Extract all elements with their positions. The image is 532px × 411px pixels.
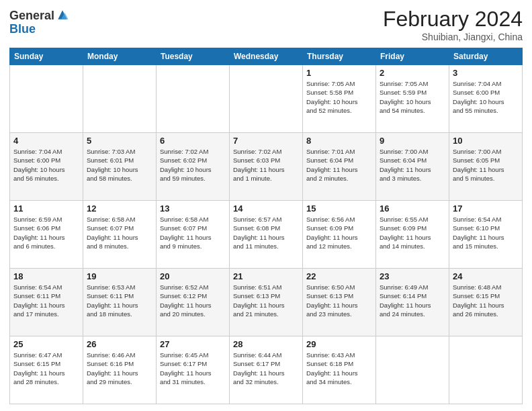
logo-blue: Blue xyxy=(9,23,69,36)
day-number: 13 xyxy=(160,203,226,214)
day-number: 21 xyxy=(233,271,299,281)
day-info: Sunrise: 7:01 AM Sunset: 6:04 PM Dayligh… xyxy=(306,147,372,183)
logo: General Blue xyxy=(9,9,69,36)
header-wednesday: Wednesday xyxy=(230,48,303,65)
day-number: 1 xyxy=(306,68,372,78)
table-row: 3Sunrise: 7:04 AM Sunset: 6:00 PM Daylig… xyxy=(449,65,523,133)
day-number: 16 xyxy=(380,203,445,214)
logo-general: General xyxy=(9,9,54,23)
calendar-week-row: 4Sunrise: 7:04 AM Sunset: 6:00 PM Daylig… xyxy=(10,133,523,201)
day-number: 22 xyxy=(306,271,372,281)
day-info: Sunrise: 6:56 AM Sunset: 6:09 PM Dayligh… xyxy=(306,215,372,250)
day-info: Sunrise: 7:02 AM Sunset: 6:02 PM Dayligh… xyxy=(160,147,226,183)
day-number: 5 xyxy=(87,136,152,146)
title-block: February 2024 Shuibian, Jiangxi, China xyxy=(383,7,523,42)
table-row: 15Sunrise: 6:56 AM Sunset: 6:09 PM Dayli… xyxy=(303,201,376,269)
day-number: 6 xyxy=(160,136,226,146)
day-info: Sunrise: 6:54 AM Sunset: 6:11 PM Dayligh… xyxy=(13,283,79,318)
table-row: 10Sunrise: 7:00 AM Sunset: 6:05 PM Dayli… xyxy=(449,133,523,201)
day-info: Sunrise: 6:50 AM Sunset: 6:13 PM Dayligh… xyxy=(306,283,372,318)
table-row: 21Sunrise: 6:51 AM Sunset: 6:13 PM Dayli… xyxy=(230,269,303,336)
day-number: 26 xyxy=(87,339,152,349)
day-info: Sunrise: 7:00 AM Sunset: 6:05 PM Dayligh… xyxy=(453,147,519,183)
table-row: 29Sunrise: 6:43 AM Sunset: 6:18 PM Dayli… xyxy=(303,336,376,404)
day-info: Sunrise: 6:45 AM Sunset: 6:17 PM Dayligh… xyxy=(160,351,226,386)
day-info: Sunrise: 6:54 AM Sunset: 6:10 PM Dayligh… xyxy=(453,215,519,250)
day-info: Sunrise: 6:59 AM Sunset: 6:06 PM Dayligh… xyxy=(13,215,79,250)
calendar-week-row: 18Sunrise: 6:54 AM Sunset: 6:11 PM Dayli… xyxy=(10,269,523,336)
table-row: 16Sunrise: 6:55 AM Sunset: 6:09 PM Dayli… xyxy=(376,201,449,269)
day-number: 24 xyxy=(453,271,519,281)
table-row: 22Sunrise: 6:50 AM Sunset: 6:13 PM Dayli… xyxy=(303,269,376,336)
day-info: Sunrise: 6:57 AM Sunset: 6:08 PM Dayligh… xyxy=(233,215,299,250)
day-number: 20 xyxy=(160,271,226,281)
day-number: 3 xyxy=(453,68,519,78)
day-number: 2 xyxy=(380,68,445,78)
table-row: 2Sunrise: 7:05 AM Sunset: 5:59 PM Daylig… xyxy=(376,65,449,133)
day-info: Sunrise: 6:53 AM Sunset: 6:11 PM Dayligh… xyxy=(87,283,152,318)
day-number: 17 xyxy=(453,203,519,214)
day-info: Sunrise: 6:47 AM Sunset: 6:15 PM Dayligh… xyxy=(13,351,79,386)
table-row xyxy=(83,65,157,133)
day-info: Sunrise: 7:04 AM Sunset: 6:00 PM Dayligh… xyxy=(13,147,79,183)
day-number: 29 xyxy=(306,339,372,349)
header-monday: Monday xyxy=(83,48,157,65)
day-info: Sunrise: 6:58 AM Sunset: 6:07 PM Dayligh… xyxy=(160,215,226,250)
day-number: 9 xyxy=(380,136,445,146)
table-row: 8Sunrise: 7:01 AM Sunset: 6:04 PM Daylig… xyxy=(303,133,376,201)
table-row: 14Sunrise: 6:57 AM Sunset: 6:08 PM Dayli… xyxy=(230,201,303,269)
table-row: 6Sunrise: 7:02 AM Sunset: 6:02 PM Daylig… xyxy=(157,133,230,201)
header-saturday: Saturday xyxy=(449,48,523,65)
day-info: Sunrise: 6:48 AM Sunset: 6:15 PM Dayligh… xyxy=(453,283,519,318)
day-info: Sunrise: 7:03 AM Sunset: 6:01 PM Dayligh… xyxy=(87,147,152,183)
day-number: 28 xyxy=(233,339,299,349)
day-number: 18 xyxy=(13,271,79,281)
day-info: Sunrise: 7:04 AM Sunset: 6:00 PM Dayligh… xyxy=(453,79,519,115)
day-info: Sunrise: 6:44 AM Sunset: 6:17 PM Dayligh… xyxy=(233,351,299,386)
calendar-title: February 2024 xyxy=(383,7,523,32)
day-number: 7 xyxy=(233,136,299,146)
table-row: 13Sunrise: 6:58 AM Sunset: 6:07 PM Dayli… xyxy=(157,201,230,269)
calendar-week-row: 1Sunrise: 7:05 AM Sunset: 5:58 PM Daylig… xyxy=(10,65,523,133)
table-row xyxy=(157,65,230,133)
day-info: Sunrise: 6:51 AM Sunset: 6:13 PM Dayligh… xyxy=(233,283,299,318)
day-info: Sunrise: 6:46 AM Sunset: 6:16 PM Dayligh… xyxy=(87,351,152,386)
table-row: 1Sunrise: 7:05 AM Sunset: 5:58 PM Daylig… xyxy=(303,65,376,133)
table-row: 4Sunrise: 7:04 AM Sunset: 6:00 PM Daylig… xyxy=(10,133,83,201)
day-number: 23 xyxy=(380,271,445,281)
day-info: Sunrise: 6:43 AM Sunset: 6:18 PM Dayligh… xyxy=(306,351,372,386)
header-friday: Friday xyxy=(376,48,449,65)
table-row: 24Sunrise: 6:48 AM Sunset: 6:15 PM Dayli… xyxy=(449,269,523,336)
table-row: 23Sunrise: 6:49 AM Sunset: 6:14 PM Dayli… xyxy=(376,269,449,336)
day-info: Sunrise: 7:05 AM Sunset: 5:58 PM Dayligh… xyxy=(306,79,372,115)
calendar-subtitle: Shuibian, Jiangxi, China xyxy=(383,32,523,42)
calendar-week-row: 25Sunrise: 6:47 AM Sunset: 6:15 PM Dayli… xyxy=(10,336,523,404)
table-row: 7Sunrise: 7:02 AM Sunset: 6:03 PM Daylig… xyxy=(230,133,303,201)
table-row: 18Sunrise: 6:54 AM Sunset: 6:11 PM Dayli… xyxy=(10,269,83,336)
day-info: Sunrise: 6:49 AM Sunset: 6:14 PM Dayligh… xyxy=(380,283,445,318)
day-number: 12 xyxy=(87,203,152,214)
day-number: 4 xyxy=(13,136,79,146)
header-sunday: Sunday xyxy=(10,48,83,65)
table-row: 5Sunrise: 7:03 AM Sunset: 6:01 PM Daylig… xyxy=(83,133,157,201)
table-row xyxy=(230,65,303,133)
table-row: 12Sunrise: 6:58 AM Sunset: 6:07 PM Dayli… xyxy=(83,201,157,269)
table-row: 11Sunrise: 6:59 AM Sunset: 6:06 PM Dayli… xyxy=(10,201,83,269)
weekday-header-row: Sunday Monday Tuesday Wednesday Thursday… xyxy=(10,48,523,65)
calendar-week-row: 11Sunrise: 6:59 AM Sunset: 6:06 PM Dayli… xyxy=(10,201,523,269)
day-info: Sunrise: 7:00 AM Sunset: 6:04 PM Dayligh… xyxy=(380,147,445,183)
table-row xyxy=(376,336,449,404)
table-row: 28Sunrise: 6:44 AM Sunset: 6:17 PM Dayli… xyxy=(230,336,303,404)
day-number: 25 xyxy=(13,339,79,349)
table-row: 20Sunrise: 6:52 AM Sunset: 6:12 PM Dayli… xyxy=(157,269,230,336)
day-number: 19 xyxy=(87,271,152,281)
table-row: 17Sunrise: 6:54 AM Sunset: 6:10 PM Dayli… xyxy=(449,201,523,269)
header: General Blue February 2024 Shuibian, Jia… xyxy=(9,7,523,42)
day-number: 27 xyxy=(160,339,226,349)
day-info: Sunrise: 7:05 AM Sunset: 5:59 PM Dayligh… xyxy=(380,79,445,115)
table-row: 9Sunrise: 7:00 AM Sunset: 6:04 PM Daylig… xyxy=(376,133,449,201)
day-info: Sunrise: 7:02 AM Sunset: 6:03 PM Dayligh… xyxy=(233,147,299,183)
table-row xyxy=(449,336,523,404)
page: General Blue February 2024 Shuibian, Jia… xyxy=(0,0,532,411)
table-row: 27Sunrise: 6:45 AM Sunset: 6:17 PM Dayli… xyxy=(157,336,230,404)
